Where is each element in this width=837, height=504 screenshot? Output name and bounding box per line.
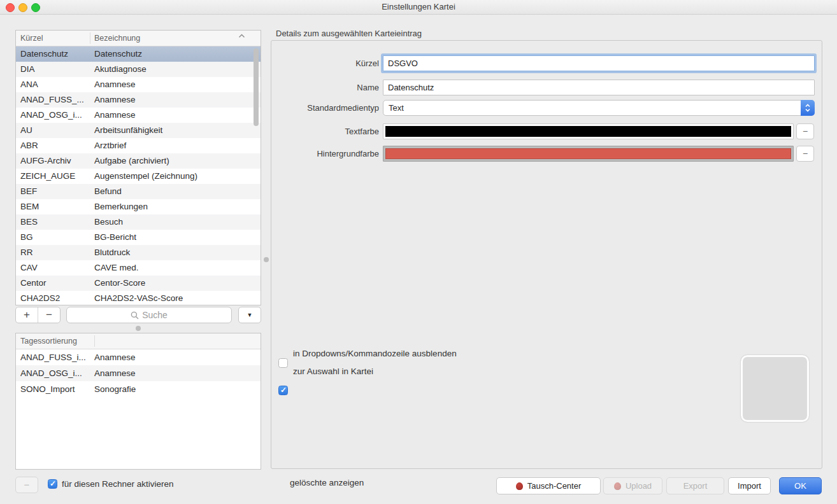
cell-bezeichnung: Sonografie [90,381,261,397]
activate-for-computer-checkbox[interactable] [48,479,57,489]
dropdown-arrow-icon: ▼ [247,312,253,318]
minus-icon: − [803,126,808,136]
kuerzel-field[interactable] [383,55,815,71]
add-entry-button[interactable]: + [16,307,38,323]
cell-bezeichnung: Aufgabe (archiviert) [90,153,261,169]
cell-bezeichnung: Arbeitsunfähigkeit [90,123,261,138]
cell-bezeichnung: Anamnese [90,349,261,365]
cell-kuerzel: RR [16,245,90,260]
search-placeholder: Suche [142,310,168,320]
column-divider[interactable] [90,32,90,44]
table-row[interactable]: DIAAkutdiagnose [16,62,261,77]
tausch-center-button[interactable]: Tausch-Center [496,477,601,494]
textfarbe-clear-button[interactable]: − [796,123,814,139]
kartei-table-rows: DatenschutzDatenschutzDIAAkutdiagnoseANA… [16,46,261,305]
cell-bezeichnung: Anamnese [90,108,261,123]
cell-kuerzel: Centor [16,276,90,291]
upload-button[interactable]: Upload [603,477,662,494]
table-row[interactable]: ANAD_OSG_i...Anamnese [16,108,261,123]
hintergrundfarbe-color-well[interactable] [383,146,794,162]
cell-bezeichnung: CAVE med. [90,260,261,276]
kartei-table-header[interactable]: Kürzel Bezeichnung [16,31,261,46]
textfarbe-label: Textfarbe [252,127,379,136]
remove-day-entry-button[interactable]: − [15,477,38,493]
table-row[interactable]: ANAD_FUSS_i...Anamnese [16,349,261,365]
table-row[interactable]: AUArbeitsunfähigkeit [16,123,261,138]
column-header-bezeichnung[interactable]: Bezeichnung [94,31,140,46]
cell-kuerzel: ANAD_OSG_i... [16,108,90,123]
textfarbe-swatch [385,126,791,137]
table-row[interactable]: BEMBemerkungen [16,199,261,214]
minus-icon: − [803,148,808,158]
cell-kuerzel: ZEICH_AUGE [16,169,90,184]
tagessortierung-table: Tagessortierung ANAD_FUSS_i...AnamneseAN… [15,333,261,470]
add-remove-segment: + − [15,307,61,323]
search-input[interactable]: Suche [66,307,232,323]
table-row[interactable]: ZEICH_AUGEAugenstempel (Zeichnung) [16,169,261,184]
table-row[interactable]: RRBlutdruck [16,245,261,260]
cell-kuerzel: CAV [16,260,90,276]
icon-image-well[interactable] [741,355,809,422]
activate-for-computer-label: für diesen Rechner aktivieren [62,479,174,489]
tagessortierung-header[interactable]: Tagessortierung [16,333,261,349]
cell-bezeichnung: Augenstempel (Zeichnung) [90,169,261,184]
search-icon [131,311,139,319]
remove-entry-button[interactable]: − [38,307,60,323]
cell-bezeichnung: BG-Bericht [90,230,261,245]
selectable-in-kartei-label: zur Auswahl in Kartei [293,367,373,377]
table-row[interactable]: BESBesuch [16,214,261,230]
cell-kuerzel: AU [16,123,90,138]
cell-bezeichnung: CHA2DS2-VASc-Score [90,291,261,305]
table-row[interactable]: ANAD_FUSS_...Anamnese [16,92,261,108]
cell-kuerzel: BG [16,230,90,245]
horizontal-splitter-handle[interactable] [136,326,141,331]
show-deleted-label: gelöschte anzeigen [290,478,364,488]
name-field[interactable] [383,80,815,95]
table-row[interactable]: DatenschutzDatenschutz [16,46,261,62]
tausch-center-icon [516,482,523,490]
cell-bezeichnung: Besuch [90,214,261,230]
hide-in-dropdowns-label: in Dropdowns/Kommandozeile ausblenden [293,349,457,359]
cell-bezeichnung: Bemerkungen [90,199,261,214]
selectable-in-kartei-checkbox[interactable] [278,386,288,395]
button-label: Export [683,481,708,491]
name-label: Name [252,83,379,92]
ok-button[interactable]: OK [779,477,822,494]
cell-kuerzel: ANA [16,77,90,92]
hintergrundfarbe-clear-button[interactable]: − [796,146,814,162]
kuerzel-label: Kürzel [252,59,379,68]
cell-kuerzel: CHA2DS2 [16,291,90,305]
cell-bezeichnung: Anamnese [90,365,261,381]
cell-kuerzel: ABR [16,138,90,153]
table-row[interactable]: CentorCentor-Score [16,276,261,291]
table-options-dropdown-button[interactable]: ▼ [238,307,261,323]
column-header-tagessortierung[interactable]: Tagessortierung [20,333,77,349]
hide-in-dropdowns-checkbox[interactable] [278,358,288,368]
tagessortierung-rows: ANAD_FUSS_i...AnamneseANAD_OSG_i...Anamn… [16,349,261,397]
cell-kuerzel: ANAD_OSG_i... [16,365,90,381]
table-row[interactable]: CHA2DS2CHA2DS2-VASc-Score [16,291,261,305]
import-button[interactable]: Import [728,477,771,494]
column-divider[interactable] [94,335,95,347]
textfarbe-color-well[interactable] [383,123,794,139]
cell-bezeichnung: Centor-Score [90,276,261,291]
table-row[interactable]: AUFG-ArchivAufgabe (archiviert) [16,153,261,169]
cell-kuerzel: ANAD_FUSS_... [16,92,90,108]
vertical-splitter-handle[interactable] [264,257,269,262]
cell-bezeichnung: Blutdruck [90,245,261,260]
table-row[interactable]: ABRArztbrief [16,138,261,153]
export-button[interactable]: Export [666,477,724,494]
column-header-kuerzel[interactable]: Kürzel [20,31,43,46]
cell-bezeichnung: Arztbrief [90,138,261,153]
table-row[interactable]: SONO_ImportSonografie [16,381,261,397]
table-row[interactable]: BEFBefund [16,184,261,199]
table-row[interactable]: CAVCAVE med. [16,260,261,276]
cell-kuerzel: ANAD_FUSS_i... [16,349,90,365]
table-row[interactable]: BGBG-Bericht [16,230,261,245]
table-row[interactable]: ANAAnamnese [16,77,261,92]
standardmedientyp-select[interactable]: Text [383,100,815,116]
hintergrundfarbe-swatch [385,148,791,159]
cell-kuerzel: Datenschutz [16,46,90,62]
table-row[interactable]: ANAD_OSG_i...Anamnese [16,365,261,381]
button-label: Import [738,481,761,491]
